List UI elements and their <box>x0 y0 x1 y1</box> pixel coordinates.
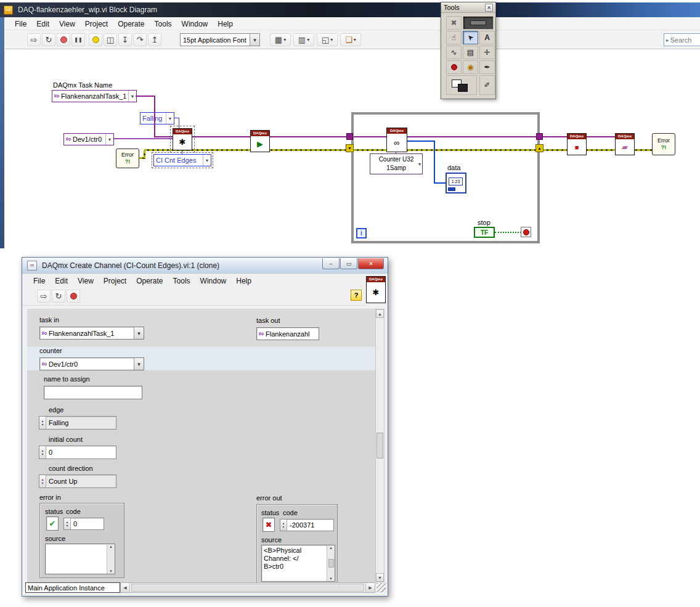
block-diagram-titlebar[interactable]: ⇨ DAQ-flankenzaehler_wip.vi Block Diagra… <box>0 2 700 17</box>
scroll-thumb[interactable] <box>328 559 334 568</box>
search-input[interactable] <box>670 36 699 44</box>
counter-dropdown-icon[interactable]: ▾ <box>105 134 113 145</box>
tools-palette-close-button[interactable]: ✕ <box>485 4 493 12</box>
retain-wire-values-button[interactable]: ◫ <box>104 33 117 46</box>
source-scrollbar[interactable]: ▲▼ <box>327 545 335 581</box>
ci-cnt-edges-dropdown-icon[interactable]: ▾ <box>203 155 211 166</box>
tool-position[interactable]: ➤ <box>463 31 478 44</box>
daqmx-read-node[interactable]: DAQmx ∞ <box>386 128 407 152</box>
error-out-status-boolean[interactable]: ✖ <box>262 518 275 532</box>
run-continuous-button[interactable]: ↻ <box>42 33 55 46</box>
fp-menu-edit[interactable]: Edit <box>50 275 73 287</box>
reorder-button[interactable]: ❏▾ <box>340 33 361 46</box>
tool-breakpoint[interactable] <box>446 60 462 74</box>
tool-object-menu[interactable]: ▤ <box>463 46 478 59</box>
fp-menu-project[interactable]: Project <box>99 275 131 287</box>
wire-task[interactable] <box>136 96 155 97</box>
scroll-right-button[interactable]: ▶ <box>365 583 375 592</box>
search-box[interactable]: ▸ <box>664 33 700 46</box>
fp-run-continuous-button[interactable]: ↻ <box>52 290 65 303</box>
scroll-down-button[interactable]: ▼ <box>376 573 384 582</box>
fp-menu-file[interactable]: File <box>28 275 50 287</box>
fp-menu-help[interactable]: Help <box>231 275 256 287</box>
error-in-source-field[interactable]: ▲▼ <box>45 544 115 574</box>
stop-terminal[interactable]: TF <box>474 227 495 238</box>
vertical-scrollbar[interactable]: ▲ ▼ <box>375 309 385 582</box>
daqmx-task-name-constant[interactable]: I/o FlankenanzahlTask_1 ▾ <box>52 90 137 102</box>
wire-task[interactable] <box>155 136 173 137</box>
wire-task[interactable] <box>192 136 250 137</box>
restore-button[interactable]: ▭ <box>340 258 357 269</box>
run-button[interactable]: ⇨ <box>27 33 41 46</box>
tool-auto-indicator[interactable] <box>463 16 494 30</box>
pause-button[interactable]: ❚❚ <box>71 33 85 46</box>
read-polymorphic-selector[interactable]: Counter U32 1Samp ▾ <box>370 153 423 174</box>
tool-auto-select[interactable]: ✖ <box>446 16 462 30</box>
context-help-button[interactable]: ? <box>351 290 362 301</box>
fp-menu-window[interactable]: Window <box>195 275 232 287</box>
task-in-combo[interactable]: I/o FlankenanzahlTask_1 ▾ <box>39 327 144 340</box>
edge-control[interactable]: ▴▾ Falling <box>39 416 116 430</box>
wire-task[interactable] <box>587 136 615 137</box>
tool-probe[interactable]: ◉ <box>463 60 478 74</box>
wire-error[interactable] <box>144 150 145 159</box>
daqmx-start-task-node[interactable]: DAQmx ▶ <box>250 130 270 152</box>
selector-dropdown-icon[interactable]: ▾ <box>418 160 421 169</box>
menu-view[interactable]: View <box>54 18 80 30</box>
step-out-button[interactable]: ↥ <box>148 33 161 46</box>
fp-abort-button[interactable] <box>67 290 80 303</box>
loop-condition-terminal[interactable] <box>521 227 531 237</box>
tool-brush[interactable]: ✐ <box>479 75 495 95</box>
source-scrollbar[interactable]: ▲▼ <box>107 544 115 574</box>
tool-scroll[interactable]: ✛ <box>479 46 495 59</box>
close-button[interactable]: ✕ <box>358 258 384 269</box>
scroll-left-button[interactable]: ◀ <box>121 583 130 592</box>
menu-edit[interactable]: Edit <box>31 18 54 30</box>
tool-copy-color[interactable]: ✒ <box>479 60 495 74</box>
ci-cnt-edges-enum[interactable]: CI Cnt Edges ▾ <box>153 154 211 166</box>
edge-spinner[interactable]: ▴▾ <box>39 417 46 429</box>
scroll-thumb[interactable] <box>376 433 383 458</box>
tool-wire[interactable]: ∿ <box>446 46 462 59</box>
iteration-terminal[interactable]: i <box>356 228 367 238</box>
menu-file[interactable]: File <box>10 18 31 30</box>
wire-task[interactable] <box>543 136 567 137</box>
font-selector-dropdown-icon[interactable]: ▾ <box>250 34 259 46</box>
minimize-button[interactable]: – <box>322 258 340 269</box>
initial-count-spinner[interactable]: ▴▾ <box>39 446 46 458</box>
wire-enum[interactable] <box>182 150 182 155</box>
edge-enum-constant[interactable]: Falling ▾ <box>140 112 174 124</box>
wire-task[interactable] <box>154 96 155 137</box>
data-indicator-terminal[interactable]: 1.23 <box>446 173 466 194</box>
counter-dropdown-icon[interactable]: ▾ <box>134 358 144 370</box>
menu-project[interactable]: Project <box>80 18 113 30</box>
error-out-indicator[interactable]: Error ?! <box>652 133 675 155</box>
tool-operate[interactable]: ☝ <box>446 31 462 44</box>
menu-help[interactable]: Help <box>213 18 238 30</box>
wire-enum[interactable] <box>179 118 179 129</box>
menu-window[interactable]: Window <box>177 18 213 30</box>
tools-palette-titlebar[interactable]: Tools ✕ <box>441 2 495 13</box>
shift-register-left[interactable]: ▼ <box>346 144 354 152</box>
code-spinner[interactable]: ▴▾ <box>64 518 71 529</box>
step-into-button[interactable]: ↧ <box>118 33 132 46</box>
loop-tunnel-task-left[interactable] <box>346 133 353 140</box>
horizontal-scrollbar[interactable]: ◀ ▶ <box>120 582 375 593</box>
count-direction-spinner[interactable]: ▴▾ <box>39 475 46 487</box>
error-out-code-field[interactable]: ▴▾ -200371 <box>280 519 334 531</box>
fp-run-button[interactable]: ⇨ <box>37 290 51 303</box>
menu-operate[interactable]: Operate <box>113 18 149 30</box>
tool-set-color[interactable] <box>446 75 477 95</box>
error-in-constant[interactable]: Error ?! <box>116 149 139 168</box>
loop-tunnel-task-right[interactable] <box>536 133 543 140</box>
wire-error[interactable] <box>543 149 652 151</box>
count-direction-control[interactable]: ▴▾ Count Up <box>39 475 116 488</box>
app-instance-label[interactable]: Main Application Instance <box>25 582 120 593</box>
resize-objects-button[interactable]: ◱▾ <box>317 33 338 46</box>
align-objects-button[interactable]: ▦▾ <box>270 33 291 46</box>
code-spinner[interactable]: ▴▾ <box>280 519 287 531</box>
abort-button[interactable] <box>57 33 70 46</box>
resize-grip[interactable] <box>376 583 386 592</box>
menu-tools[interactable]: Tools <box>150 18 177 30</box>
scroll-thumb[interactable] <box>131 584 364 592</box>
